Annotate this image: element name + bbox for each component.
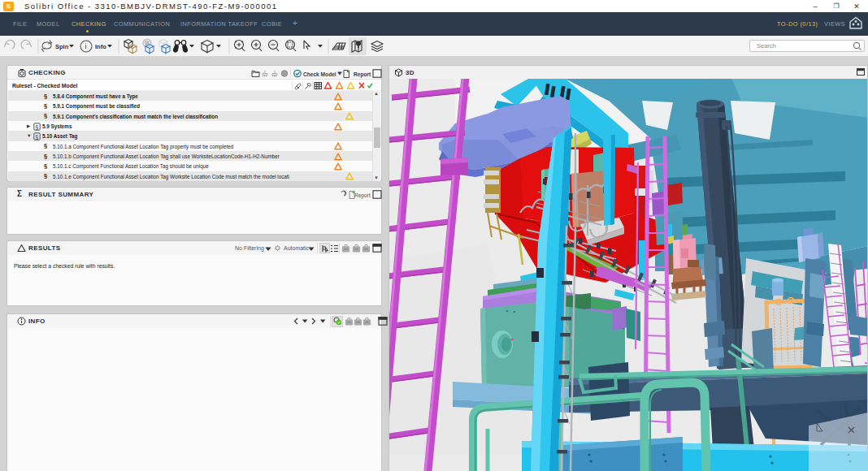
svg-text:Info: Info bbox=[95, 43, 106, 50]
svg-text:§: § bbox=[35, 123, 38, 129]
svg-text:Check Model: Check Model bbox=[303, 71, 336, 77]
svg-text:Report: Report bbox=[354, 71, 371, 78]
svg-text:Spin: Spin bbox=[55, 43, 69, 50]
svg-text:§: § bbox=[35, 133, 38, 139]
svg-text:i: i bbox=[85, 42, 87, 50]
svg-text:Report: Report bbox=[354, 192, 371, 199]
